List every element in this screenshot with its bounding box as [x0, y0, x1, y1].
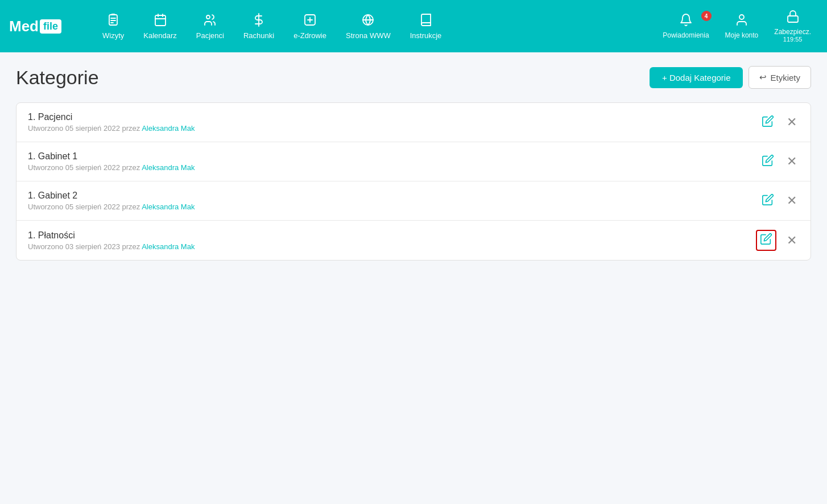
category-name: 1. Płatności	[28, 230, 195, 241]
category-list: 1. Pacjenci Utworzono 05 sierpień 2022 p…	[16, 102, 811, 261]
user-icon	[735, 13, 749, 29]
nav-right: 4 Powiadomienia Moje konto Zabezpiecz.	[656, 5, 818, 47]
logo[interactable]: Med file	[9, 18, 83, 35]
nav-zabezpieczenia-label: Zabezpiecz.	[774, 28, 811, 36]
category-meta-prefix: Utworzono 05 sierpień 2022 przez	[28, 163, 142, 172]
users-icon	[203, 13, 217, 29]
nav-strona-www-label: Strona WWW	[346, 31, 391, 40]
edit-category-button[interactable]	[759, 191, 776, 211]
category-author: Aleksandra Mak	[142, 203, 195, 211]
plus-circle-icon	[303, 13, 317, 29]
svg-rect-0	[109, 15, 117, 25]
svg-rect-16	[788, 16, 798, 22]
sidebar-item-strona-www[interactable]: Strona WWW	[338, 9, 399, 44]
category-meta-prefix: Utworzono 03 sierpień 2023 przez	[28, 242, 142, 251]
edit-category-button[interactable]	[759, 113, 776, 133]
category-meta: Utworzono 05 sierpień 2022 przez Aleksan…	[28, 163, 195, 172]
category-author: Aleksandra Mak	[142, 242, 195, 251]
pencil-icon	[762, 154, 774, 170]
edit-category-button-highlighted[interactable]	[756, 230, 776, 251]
table-row: 1. Płatności Utworzono 03 sierpień 2023 …	[16, 221, 811, 260]
pencil-icon	[762, 193, 774, 209]
nav-items: Wizyty Kalendarz Pacjenci	[94, 9, 656, 44]
book-icon	[419, 13, 433, 29]
category-actions: ✕	[759, 113, 799, 133]
close-icon: ✕	[787, 233, 797, 248]
labels-button-label: Etykiety	[770, 73, 800, 82]
dollar-icon	[252, 13, 266, 29]
delete-category-button[interactable]: ✕	[784, 113, 799, 132]
bell-icon	[679, 13, 693, 29]
category-info: 1. Gabinet 2 Utworzono 05 sierpień 2022 …	[28, 191, 195, 211]
sidebar-item-kalendarz[interactable]: Kalendarz	[135, 9, 185, 44]
pencil-icon	[760, 233, 772, 248]
page-title: Kategorie	[16, 67, 99, 89]
category-meta: Utworzono 05 sierpień 2022 przez Aleksan…	[28, 203, 195, 211]
navbar: Med file Wizyty Kalend	[0, 0, 827, 52]
nav-moje-konto-label: Moje konto	[725, 31, 759, 39]
category-actions: ✕	[756, 230, 799, 251]
table-row: 1. Gabinet 1 Utworzono 05 sierpień 2022 …	[16, 142, 811, 181]
nav-moje-konto[interactable]: Moje konto	[718, 9, 766, 44]
category-info: 1. Gabinet 1 Utworzono 05 sierpień 2022 …	[28, 151, 195, 172]
svg-point-8	[206, 15, 210, 19]
sidebar-item-instrukcje[interactable]: Instrukcje	[402, 9, 450, 44]
globe-icon	[361, 13, 375, 29]
add-category-button[interactable]: + Dodaj Kategorie	[650, 67, 743, 88]
nav-zabezpieczenia-time: 119:55	[783, 36, 803, 43]
nav-instrukcje-label: Instrukcje	[410, 31, 442, 40]
nav-pacjenci-label: Pacjenci	[196, 31, 224, 40]
category-meta: Utworzono 05 sierpień 2022 przez Aleksan…	[28, 124, 195, 133]
lock-icon	[786, 10, 800, 26]
category-name: 1. Pacjenci	[28, 112, 195, 122]
close-icon: ✕	[787, 154, 797, 169]
close-icon: ✕	[787, 193, 797, 208]
category-actions: ✕	[759, 152, 799, 172]
nav-powiadomienia[interactable]: 4 Powiadomienia	[656, 9, 716, 44]
close-icon: ✕	[787, 115, 797, 130]
svg-rect-4	[155, 15, 166, 26]
pencil-icon	[762, 115, 774, 130]
svg-point-15	[739, 15, 744, 19]
sidebar-item-rachunki[interactable]: Rachunki	[235, 9, 282, 44]
header-buttons: + Dodaj Kategorie ↩ Etykiety	[650, 66, 811, 89]
nav-ezdrowie-label: e-Zdrowie	[293, 31, 326, 40]
category-name: 1. Gabinet 2	[28, 191, 195, 201]
delete-category-button[interactable]: ✕	[784, 191, 799, 210]
notification-badge: 4	[701, 11, 712, 21]
labels-button-arrow-icon: ↩	[759, 72, 767, 82]
table-row: 1. Pacjenci Utworzono 05 sierpień 2022 p…	[16, 103, 811, 142]
nav-wizyty-label: Wizyty	[102, 31, 124, 40]
nav-powiadomienia-label: Powiadomienia	[663, 31, 709, 39]
category-info: 1. Płatności Utworzono 03 sierpień 2023 …	[28, 230, 195, 251]
table-row: 1. Gabinet 2 Utworzono 05 sierpień 2022 …	[16, 181, 811, 221]
nav-kalendarz-label: Kalendarz	[143, 31, 177, 40]
category-actions: ✕	[759, 191, 799, 211]
sidebar-item-pacjenci[interactable]: Pacjenci	[188, 9, 232, 44]
category-meta: Utworzono 03 sierpień 2023 przez Aleksan…	[28, 242, 195, 251]
calendar-icon	[154, 13, 167, 29]
clipboard-icon	[106, 13, 120, 29]
sidebar-item-ezdrowie[interactable]: e-Zdrowie	[286, 9, 334, 44]
labels-button[interactable]: ↩ Etykiety	[749, 66, 811, 89]
page-header: Kategorie + Dodaj Kategorie ↩ Etykiety	[16, 66, 811, 89]
category-info: 1. Pacjenci Utworzono 05 sierpień 2022 p…	[28, 112, 195, 133]
delete-category-button[interactable]: ✕	[784, 231, 799, 250]
category-name: 1. Gabinet 1	[28, 151, 195, 162]
nav-rachunki-label: Rachunki	[243, 31, 274, 40]
logo-med-text: Med	[9, 18, 39, 35]
category-author: Aleksandra Mak	[142, 163, 195, 172]
category-author: Aleksandra Mak	[142, 124, 195, 133]
nav-zabezpieczenia[interactable]: Zabezpiecz. 119:55	[767, 5, 818, 47]
sidebar-item-wizyty[interactable]: Wizyty	[94, 9, 132, 44]
logo-file-text: file	[40, 19, 61, 34]
delete-category-button[interactable]: ✕	[784, 152, 799, 171]
category-meta-prefix: Utworzono 05 sierpień 2022 przez	[28, 124, 142, 133]
edit-category-button[interactable]	[759, 152, 776, 172]
main-content: Kategorie + Dodaj Kategorie ↩ Etykiety 1…	[0, 52, 827, 274]
category-meta-prefix: Utworzono 05 sierpień 2022 przez	[28, 203, 142, 211]
